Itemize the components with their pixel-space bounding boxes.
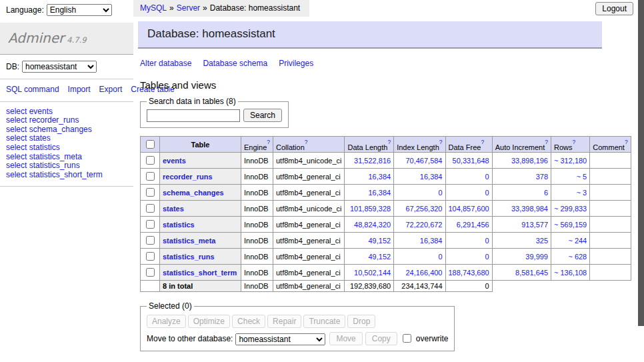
row-checkbox[interactable] [146,252,155,261]
data-length-link[interactable]: 31,522,816 [354,157,391,165]
breadcrumb-mysql-link[interactable]: MySQL [140,3,167,13]
table-name-link[interactable]: statistics_runs [163,253,215,261]
analyze-button[interactable]: Analyze [147,315,186,328]
rows-link[interactable]: ~ 3 [577,189,587,197]
move-button[interactable]: Move [329,332,362,345]
repair-button[interactable]: Repair [267,315,301,328]
table-select-link[interactable]: select schema_changes [6,125,133,135]
rows-link[interactable]: ~ 569,159 [554,221,587,229]
data-length-link[interactable]: 49,152 [368,237,391,245]
table-name-link[interactable]: statistics [163,221,195,229]
search-button[interactable]: Search [243,109,282,122]
data-length-link[interactable]: 10,502,144 [354,269,391,277]
data-free-link[interactable]: 0 [485,237,489,245]
language-select[interactable]: English [47,4,112,16]
rows-help-link[interactable]: ? [573,139,576,145]
index-length-link[interactable]: 67,256,320 [405,205,442,213]
search-input[interactable] [147,109,240,122]
index-length-link[interactable]: 0 [438,189,442,197]
auto-increment-link[interactable]: 39,999 [525,253,548,261]
row-checkbox[interactable] [146,268,155,277]
data-length-help-link[interactable]: ? [387,139,391,145]
row-checkbox[interactable] [146,172,155,181]
alter-database-link[interactable]: Alter database [140,59,191,68]
auto-increment-link[interactable]: 378 [536,173,548,181]
table-select-link[interactable]: select recorder_runs [6,116,133,125]
row-checkbox[interactable] [146,236,155,245]
data-free-link[interactable]: 0 [485,253,489,261]
index-length-link[interactable]: 16,384 [420,173,443,181]
db-select[interactable]: homeassistant [22,61,97,73]
index-length-link[interactable]: 72,220,672 [405,221,442,229]
table-name-link[interactable]: statistics_meta [163,237,216,245]
auto-increment-help-link[interactable]: ? [545,139,548,145]
breadcrumb-server-link[interactable]: Server [177,3,200,13]
rows-link[interactable]: ~ 628 [568,253,587,261]
table-select-link[interactable]: select statistics_meta [6,153,133,162]
table-select-link[interactable]: select states [6,134,133,143]
table-name-link[interactable]: states [163,205,184,213]
copy-button[interactable]: Copy [365,332,397,345]
data-free-link[interactable]: 50,331,648 [453,157,489,165]
index-length-link[interactable]: 0 [438,253,442,261]
row-checkbox[interactable] [146,156,155,165]
row-checkbox[interactable] [146,204,155,213]
index-length-link[interactable]: 70,467,584 [405,157,442,165]
drop-button[interactable]: Drop [347,315,375,328]
data-free-link[interactable]: 0 [485,189,489,197]
data-free-help-link[interactable]: ? [481,139,484,145]
data-length-link[interactable]: 101,859,328 [350,205,391,213]
select-all-checkbox[interactable] [146,140,155,149]
auto-increment-link[interactable]: 325 [536,237,548,245]
table-select-link[interactable]: select statistics_runs [6,161,133,171]
rows-link[interactable]: ~ 136,108 [554,269,587,277]
index-length-help-link[interactable]: ? [439,139,443,145]
data-free-link[interactable]: 6,291,456 [457,221,489,229]
engine-help-link[interactable]: ? [267,139,270,145]
table-row: statistics InnoDB utf8mb4_general_ci 48,… [141,217,631,233]
data-free-link[interactable]: 188,743,680 [449,269,489,277]
move-database-select[interactable]: homeassistant [235,333,325,345]
auto-increment-link[interactable]: 6 [544,189,548,197]
auto-increment-link[interactable]: 33,898,196 [511,157,548,165]
table-select-link[interactable]: select events [6,107,133,117]
logout-button[interactable]: Logout [595,2,633,15]
rows-link[interactable]: ~ 299,833 [554,205,587,213]
check-button[interactable]: Check [232,315,265,328]
sql-command-link[interactable]: SQL command [6,85,59,94]
export-link[interactable]: Export [99,85,123,94]
table-name-link[interactable]: schema_changes [163,189,224,197]
overwrite-checkbox[interactable] [403,334,411,343]
table-name-link[interactable]: statistics_short_term [163,269,237,277]
table-select-link[interactable]: select statistics_short_term [6,171,133,180]
data-length-link[interactable]: 48,824,320 [354,221,391,229]
auto-increment-link[interactable]: 913,577 [521,221,548,229]
data-length-link[interactable]: 49,152 [368,253,391,261]
overwrite-label[interactable]: overwrite [416,334,449,343]
index-length-link[interactable]: 24,166,400 [405,269,442,277]
data-length-link[interactable]: 16,384 [368,173,391,181]
scrollbar-thumb[interactable] [638,0,644,326]
auto-increment-link[interactable]: 8,581,645 [515,269,548,277]
row-checkbox[interactable] [146,188,155,197]
rows-link[interactable]: ~ 312,180 [554,157,587,165]
rows-link[interactable]: ~ 5 [577,173,587,181]
table-select-link[interactable]: select statistics [6,143,133,153]
row-checkbox[interactable] [146,220,155,229]
data-length-link[interactable]: 16,384 [368,189,391,197]
table-name-link[interactable]: recorder_runs [163,173,213,181]
auto-increment-link[interactable]: 33,398,984 [511,205,548,213]
optimize-button[interactable]: Optimize [188,315,230,328]
data-free-link[interactable]: 0 [485,173,489,181]
data-free-link[interactable]: 104,857,600 [449,205,489,213]
table-name-link[interactable]: events [163,157,186,165]
adminer-title-link[interactable]: Adminer [8,30,64,46]
import-link[interactable]: Import [68,85,91,94]
collation-help-link[interactable]: ? [305,139,308,145]
comment-help-link[interactable]: ? [625,139,628,145]
database-schema-link[interactable]: Database schema [203,59,267,68]
truncate-button[interactable]: Truncate [303,315,345,328]
privileges-link[interactable]: Privileges [279,59,313,68]
rows-link[interactable]: ~ 244 [568,237,587,245]
index-length-link[interactable]: 16,384 [420,237,443,245]
